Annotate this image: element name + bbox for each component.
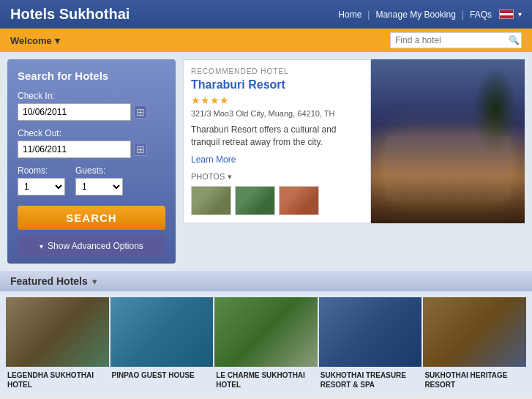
guests-select[interactable]: 1 2 3 4 bbox=[75, 178, 123, 195]
flag-icon[interactable] bbox=[499, 10, 514, 19]
guests-label: Guests: bbox=[75, 165, 123, 176]
search-title: Search for Hotels bbox=[18, 70, 165, 82]
hotel-info-wrap: RECOMMENDED HOTEL Tharaburi Resort ★★★★ … bbox=[183, 59, 525, 223]
photo-overlay bbox=[371, 179, 525, 223]
featured-hotel-name-2: PINPAO GUEST HOUSE bbox=[110, 370, 214, 380]
recommended-label: RECOMMENDED HOTEL bbox=[191, 67, 363, 75]
advanced-arrow-icon: ▾ bbox=[40, 242, 43, 250]
hotel-address: 321/3 Moo3 Old City, Muang, 64210, TH bbox=[191, 109, 363, 118]
featured-header: Featured Hotels ▾ bbox=[0, 271, 532, 291]
featured-hotel-img-3 bbox=[214, 297, 318, 367]
featured-hotels: Featured Hotels ▾ LEGENDHA SUKHOTHAI HOT… bbox=[0, 271, 532, 395]
search-panel: Search for Hotels Check In: Check Out: R… bbox=[7, 59, 176, 264]
main-content: Search for Hotels Check In: Check Out: R… bbox=[0, 52, 532, 271]
featured-hotel-name-1: LEGENDHA SUKHOTHAI HOTEL bbox=[6, 370, 109, 389]
nav-manage[interactable]: Manage My Booking bbox=[375, 10, 455, 20]
rooms-select[interactable]: 1 2 3 4 bbox=[18, 178, 65, 195]
checkout-input[interactable] bbox=[18, 141, 131, 158]
checkout-label: Check Out: bbox=[18, 128, 165, 138]
featured-hotel-name-3: LE CHARME SUKHOTHAI HOTEL bbox=[214, 370, 318, 389]
advanced-options-button[interactable]: ▾ Show Advanced Options bbox=[18, 236, 165, 256]
find-hotel-search-button[interactable]: 🔍 bbox=[509, 35, 520, 45]
checkin-label: Check In: bbox=[18, 91, 165, 101]
find-hotel-input[interactable] bbox=[390, 32, 522, 48]
featured-hotel-4[interactable]: SUKHOTHAI TREASURE RESORT & SPA bbox=[319, 297, 422, 389]
photo-thumb-2[interactable] bbox=[235, 186, 275, 215]
featured-hotel-name-4: SUKHOTHAI TREASURE RESORT & SPA bbox=[319, 370, 422, 389]
featured-hotel-img-4 bbox=[319, 297, 422, 367]
featured-hotel-2[interactable]: PINPAO GUEST HOUSE bbox=[110, 297, 214, 389]
checkin-input[interactable] bbox=[18, 103, 131, 121]
hotel-area: RECOMMENDED HOTEL Tharaburi Resort ★★★★ … bbox=[183, 59, 525, 264]
find-hotel-wrapper: 🔍 bbox=[390, 32, 522, 48]
photos-label: PHOTOS ▾ bbox=[191, 172, 363, 182]
rooms-label: Rooms: bbox=[18, 165, 65, 176]
learn-more-link[interactable]: Learn More bbox=[191, 154, 236, 165]
hotel-description: Tharaburi Resort offers a cultural and t… bbox=[191, 124, 363, 149]
site-title: Hotels Sukhothai bbox=[10, 6, 130, 23]
header: Hotels Sukhothai Home | Manage My Bookin… bbox=[0, 0, 532, 29]
rooms-group: Rooms: 1 2 3 4 bbox=[18, 165, 65, 195]
hotel-name[interactable]: Tharaburi Resort bbox=[191, 78, 363, 92]
header-nav: Home | Manage My Booking | FAQs ▾ bbox=[338, 10, 522, 20]
welcome-dropdown-icon[interactable]: ▾ bbox=[55, 35, 60, 46]
checkout-row bbox=[18, 141, 165, 158]
guests-group: Guests: 1 2 3 4 bbox=[75, 165, 123, 195]
advanced-options-label: Show Advanced Options bbox=[48, 241, 143, 251]
hotel-stars: ★★★★ bbox=[191, 94, 363, 106]
nav-sep-2: | bbox=[462, 10, 464, 20]
featured-hotel-img-1 bbox=[6, 297, 109, 367]
featured-title: Featured Hotels bbox=[10, 275, 88, 287]
checkout-calendar-icon[interactable] bbox=[134, 143, 147, 156]
welcome-bar: Welcome ▾ 🔍 bbox=[0, 29, 532, 52]
welcome-label: Welcome ▾ bbox=[10, 35, 60, 46]
nav-faqs[interactable]: FAQs bbox=[470, 10, 492, 20]
flag-dropdown-icon[interactable]: ▾ bbox=[518, 10, 522, 18]
welcome-text: Welcome bbox=[10, 35, 52, 46]
photo-thumb-1[interactable] bbox=[191, 186, 231, 215]
featured-hotel-3[interactable]: LE CHARME SUKHOTHAI HOTEL bbox=[214, 297, 318, 389]
hotel-main-photo bbox=[371, 59, 525, 223]
checkin-calendar-icon[interactable] bbox=[134, 105, 147, 119]
featured-hotels-grid: LEGENDHA SUKHOTHAI HOTEL PINPAO GUEST HO… bbox=[0, 291, 532, 395]
search-button[interactable]: SEARCH bbox=[18, 206, 165, 230]
rooms-guests-row: Rooms: 1 2 3 4 Guests: 1 2 3 4 bbox=[18, 165, 165, 195]
featured-dropdown-icon[interactable]: ▾ bbox=[92, 276, 97, 287]
featured-hotel-1[interactable]: LEGENDHA SUKHOTHAI HOTEL bbox=[6, 297, 109, 389]
nav-sep-1: | bbox=[367, 10, 370, 20]
hotel-panel: RECOMMENDED HOTEL Tharaburi Resort ★★★★ … bbox=[183, 59, 371, 223]
featured-hotel-img-5 bbox=[423, 297, 526, 367]
photos-dropdown-icon[interactable]: ▾ bbox=[228, 172, 232, 182]
photo-thumb-3[interactable] bbox=[279, 186, 319, 215]
checkin-row bbox=[18, 103, 165, 121]
nav-home[interactable]: Home bbox=[338, 10, 361, 20]
featured-hotel-img-2 bbox=[110, 297, 214, 367]
featured-hotel-5[interactable]: SUKHOTHAI HERITAGE RESORT bbox=[423, 297, 526, 389]
photo-thumbnails bbox=[191, 186, 363, 215]
featured-hotel-name-5: SUKHOTHAI HERITAGE RESORT bbox=[423, 370, 526, 389]
